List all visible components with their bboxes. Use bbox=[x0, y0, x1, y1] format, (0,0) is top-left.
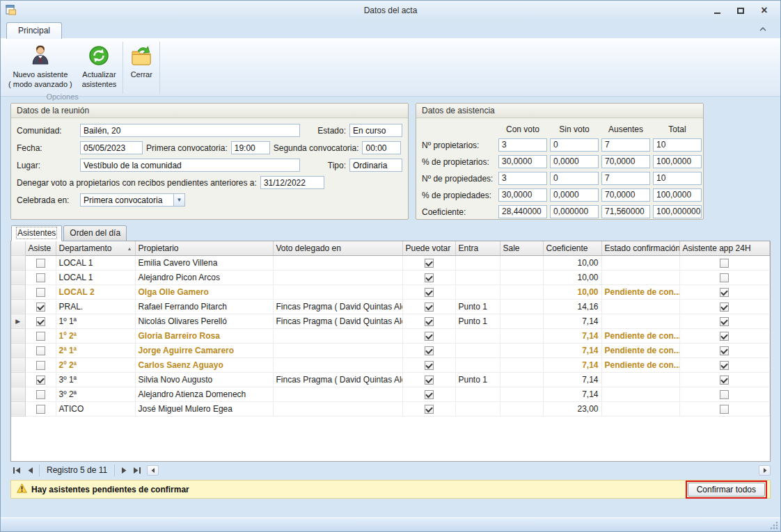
attendance-value-field[interactable]: 10 bbox=[653, 172, 702, 185]
cell-entra[interactable]: Punto 1 bbox=[455, 314, 500, 328]
checkbox-asiste[interactable] bbox=[36, 259, 45, 268]
denegar-voto-fecha-field[interactable] bbox=[260, 176, 324, 189]
cell-coeficiente[interactable]: 7,14 bbox=[543, 314, 601, 328]
cell-coeficiente[interactable]: 7,14 bbox=[543, 357, 601, 372]
confirm-all-button[interactable]: Confirmar todos bbox=[688, 483, 765, 497]
comunidad-field[interactable] bbox=[80, 124, 300, 137]
column-header-entra[interactable]: Entra bbox=[455, 241, 500, 255]
checkbox-asistente-app[interactable] bbox=[720, 317, 729, 326]
attendance-value-field[interactable]: 0,0000 bbox=[550, 188, 599, 202]
table-row[interactable]: 2ª 1ªJorge Aguirre Camarero7,14Pendiente… bbox=[11, 343, 770, 357]
cell-entra[interactable] bbox=[455, 387, 500, 401]
scrollbar-track[interactable] bbox=[159, 466, 759, 475]
table-row[interactable]: 3º 1ªSilvia Novo AugustoFincas Pragma ( … bbox=[11, 372, 770, 387]
attendance-value-field[interactable]: 28,440000 bbox=[498, 205, 547, 218]
table-row[interactable]: 1º 2ªGloria Barreiro Rosa7,14Pendiente d… bbox=[11, 328, 770, 343]
tab-orden-del-dia[interactable]: Orden del día bbox=[63, 225, 127, 241]
attendance-value-field[interactable]: 10 bbox=[653, 138, 702, 152]
checkbox-asiste[interactable] bbox=[36, 361, 45, 370]
minimize-button[interactable] bbox=[711, 5, 723, 16]
cell-coeficiente[interactable]: 10,00 bbox=[543, 284, 601, 299]
cell-departamento[interactable]: LOCAL 1 bbox=[56, 270, 135, 284]
cell-voto-delegado-en[interactable] bbox=[273, 343, 402, 357]
attendance-value-field[interactable]: 70,0000 bbox=[601, 188, 650, 202]
cell-entra[interactable] bbox=[455, 357, 500, 372]
attendance-value-field[interactable]: 71,560000 bbox=[601, 205, 650, 218]
column-header-coeficiente[interactable]: Coeficiente bbox=[543, 241, 601, 255]
cell-propietario[interactable]: Gloria Barreiro Rosa bbox=[135, 328, 273, 343]
cell-estado-confirmacion[interactable] bbox=[601, 314, 679, 328]
checkbox-puede-votar[interactable] bbox=[425, 361, 434, 370]
lugar-field[interactable] bbox=[80, 159, 300, 172]
table-row[interactable]: PRAL.Rafael Ferrando PitarchFincas Pragm… bbox=[11, 299, 770, 314]
cell-coeficiente[interactable]: 7,14 bbox=[543, 343, 601, 357]
checkbox-puede-votar[interactable] bbox=[425, 303, 434, 312]
tipo-field[interactable] bbox=[349, 159, 402, 172]
column-header-propietario[interactable]: Propietario bbox=[135, 241, 273, 255]
tab-asistentes[interactable]: Asistentes bbox=[11, 225, 62, 241]
attendance-value-field[interactable]: 30,0000 bbox=[498, 188, 547, 202]
checkbox-asistente-app[interactable] bbox=[720, 259, 729, 268]
cell-departamento[interactable]: 1º 1ª bbox=[56, 314, 135, 328]
attendance-value-field[interactable]: 100,000000 bbox=[653, 205, 702, 218]
cell-voto-delegado-en[interactable] bbox=[273, 270, 402, 284]
column-header-voto-delegado[interactable]: Voto delegado en bbox=[273, 241, 402, 255]
ribbon-collapse-button[interactable] bbox=[755, 24, 771, 35]
checkbox-asiste[interactable] bbox=[36, 346, 45, 355]
checkbox-asiste[interactable] bbox=[36, 376, 45, 385]
checkbox-asistente-app[interactable] bbox=[720, 346, 729, 355]
checkbox-asistente-app[interactable] bbox=[720, 405, 729, 414]
cell-estado-confirmacion[interactable] bbox=[601, 299, 679, 314]
cell-propietario[interactable]: Emilia Cavero Villena bbox=[135, 255, 273, 270]
chevron-down-icon[interactable]: ▼ bbox=[173, 193, 185, 207]
cell-departamento[interactable]: 1º 2ª bbox=[56, 328, 135, 343]
cell-propietario[interactable]: Alejandro Atienza Domenech bbox=[135, 387, 273, 401]
attendance-value-field[interactable]: 3 bbox=[498, 138, 547, 152]
column-header-asiste[interactable]: Asiste bbox=[25, 241, 56, 255]
attendance-value-field[interactable]: 0,000000 bbox=[550, 205, 599, 218]
cell-propietario[interactable]: Carlos Saenz Aguayo bbox=[135, 357, 273, 372]
cell-entra[interactable] bbox=[455, 343, 500, 357]
checkbox-puede-votar[interactable] bbox=[425, 346, 434, 355]
table-row[interactable]: LOCAL 1Alejandro Picon Arcos10,00 bbox=[11, 270, 770, 284]
table-row[interactable]: LOCAL 2Olga Olle Gamero10,00Pendiente de… bbox=[11, 284, 770, 299]
scroll-left-button[interactable] bbox=[147, 465, 159, 476]
table-row[interactable]: LOCAL 1Emilia Cavero Villena10,00 bbox=[11, 255, 770, 270]
cell-departamento[interactable]: 2ª 1ª bbox=[56, 343, 135, 357]
cell-estado-confirmacion[interactable] bbox=[601, 372, 679, 387]
checkbox-asistente-app[interactable] bbox=[720, 361, 729, 370]
checkbox-asistente-app[interactable] bbox=[720, 303, 729, 312]
checkbox-asiste[interactable] bbox=[36, 288, 45, 297]
cell-voto-delegado-en[interactable] bbox=[273, 328, 402, 343]
attendance-value-field[interactable]: 70,0000 bbox=[601, 155, 650, 168]
cell-sale[interactable] bbox=[500, 255, 543, 270]
cell-voto-delegado-en[interactable]: Fincas Pragma ( David Quintas Alcal... bbox=[273, 299, 402, 314]
table-row[interactable]: 2º 2ªCarlos Saenz Aguayo7,14Pendiente de… bbox=[11, 357, 770, 372]
cell-propietario[interactable]: Rafael Ferrando Pitarch bbox=[135, 299, 273, 314]
table-row[interactable]: ATICOJosé Miguel Mulero Egea23,00 bbox=[11, 401, 770, 416]
attendance-value-field[interactable]: 0 bbox=[550, 138, 599, 152]
cell-entra[interactable] bbox=[455, 270, 500, 284]
maximize-button[interactable] bbox=[734, 5, 747, 16]
attendance-value-field[interactable]: 7 bbox=[601, 172, 650, 185]
attendance-value-field[interactable]: 7 bbox=[601, 138, 650, 152]
checkbox-asiste[interactable] bbox=[36, 390, 45, 399]
cell-estado-confirmacion[interactable] bbox=[601, 387, 679, 401]
cell-coeficiente[interactable]: 23,00 bbox=[543, 401, 601, 416]
checkbox-puede-votar[interactable] bbox=[425, 405, 434, 414]
cell-voto-delegado-en[interactable] bbox=[273, 284, 402, 299]
checkbox-asiste[interactable] bbox=[36, 332, 45, 341]
attendance-value-field[interactable]: 100,0000 bbox=[653, 155, 702, 168]
cell-departamento[interactable]: 3º 2ª bbox=[56, 387, 135, 401]
cell-coeficiente[interactable]: 7,14 bbox=[543, 328, 601, 343]
cell-entra[interactable] bbox=[455, 255, 500, 270]
cell-propietario[interactable]: Nicolás Olivares Perelló bbox=[135, 314, 273, 328]
column-header-sale[interactable]: Sale bbox=[500, 241, 543, 255]
cell-sale[interactable] bbox=[500, 284, 543, 299]
checkbox-puede-votar[interactable] bbox=[425, 259, 434, 268]
cell-entra[interactable] bbox=[455, 401, 500, 416]
checkbox-puede-votar[interactable] bbox=[425, 317, 434, 326]
checkbox-puede-votar[interactable] bbox=[425, 376, 434, 385]
column-header-estado-confirmacion[interactable]: Estado confirmación bbox=[601, 241, 679, 255]
cell-coeficiente[interactable]: 14,16 bbox=[543, 299, 601, 314]
